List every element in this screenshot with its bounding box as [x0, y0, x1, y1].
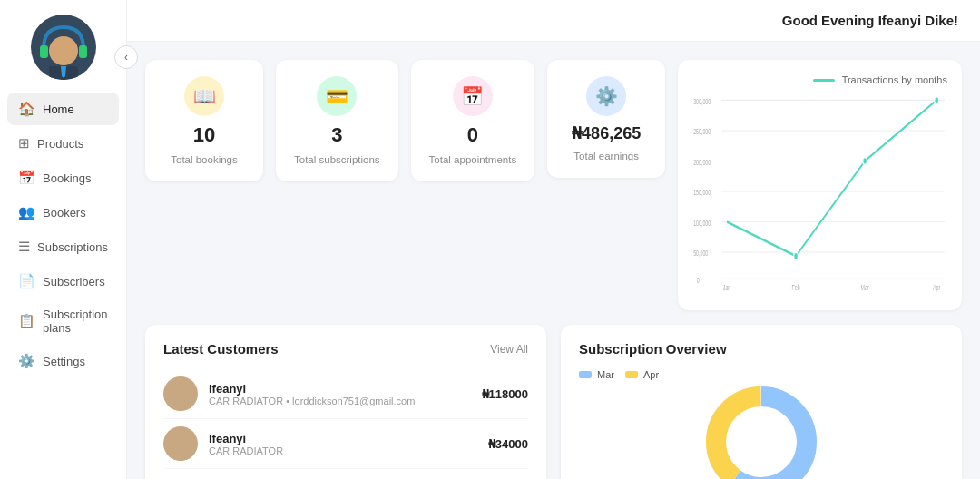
stat-card-earnings: ⚙️ ₦486,265 Total earnings: [547, 60, 665, 178]
subscriptions-card-icon: 💳: [317, 76, 357, 116]
sidebar-item-bookers[interactable]: 👥 Bookers: [7, 196, 119, 229]
stat-cards: 📖 10 Total bookings 💳 3 Total subscripti…: [145, 60, 665, 181]
sidebar-item-products[interactable]: ⊞ Products: [7, 127, 119, 160]
bookings-label: Total bookings: [171, 154, 238, 165]
earnings-value: ₦486,265: [572, 123, 641, 143]
subscription-plans-icon: 📋: [18, 313, 35, 329]
donut-chart-area: [579, 387, 944, 479]
bookings-card-icon: 📖: [184, 76, 224, 116]
customers-panel-header: Latest Customers View All: [163, 341, 528, 357]
svg-text:100,000: 100,000: [693, 218, 710, 228]
svg-text:150,000: 150,000: [693, 187, 710, 197]
sidebar-item-bookings-label: Bookings: [43, 171, 91, 185]
svg-text:200,000: 200,000: [693, 157, 710, 167]
latest-customers-panel: Latest Customers View All Ifeanyi CAR RA…: [145, 325, 546, 479]
customer-sub: CAR RADIATOR: [209, 445, 477, 456]
avatar: [163, 426, 198, 461]
overview-legend: Mar Apr: [579, 369, 944, 380]
subscription-overview-panel: Subscription Overview Mar Apr: [561, 325, 962, 479]
sidebar-item-subscription-plans[interactable]: 📋 Subscription plans: [7, 299, 119, 343]
legend-apr-label: Apr: [643, 369, 659, 380]
customer-info: Ifeanyi CAR RADIATOR • lorddickson751@gm…: [209, 382, 471, 406]
customer-sub: CAR RADIATOR • lorddickson751@gmail.com: [209, 396, 471, 406]
bookers-icon: 👥: [18, 204, 35, 220]
svg-point-28: [169, 397, 192, 411]
earnings-label: Total earnings: [573, 151, 639, 161]
greeting-text: Good Evening Ifeanyi Dike!: [782, 13, 958, 28]
customer-amount: ₦34000: [488, 437, 528, 451]
sidebar-item-home[interactable]: 🏠 Home: [7, 93, 119, 125]
stats-chart-row: 📖 10 Total bookings 💳 3 Total subscripti…: [145, 60, 962, 310]
svg-point-29: [173, 432, 188, 446]
svg-text:Jan: Jan: [723, 282, 730, 292]
overview-title: Subscription Overview: [579, 341, 727, 357]
bookings-icon: 📅: [18, 170, 35, 186]
customer-name: Ifeanyi: [209, 382, 471, 396]
avatar: [31, 15, 96, 80]
legend-mar-label: Mar: [597, 369, 614, 380]
appointments-card-icon: 📅: [453, 76, 493, 116]
appointments-value: 0: [467, 123, 478, 147]
home-icon: 🏠: [18, 101, 35, 117]
bottom-row: Latest Customers View All Ifeanyi CAR RA…: [145, 325, 962, 479]
svg-point-25: [863, 157, 867, 164]
svg-rect-1: [79, 45, 87, 58]
sidebar-item-subscribers-label: Subscribers: [43, 275, 105, 288]
stat-card-subscriptions: 💳 3 Total subscriptions: [276, 60, 398, 181]
svg-rect-0: [40, 45, 48, 58]
svg-text:250,000: 250,000: [693, 126, 710, 136]
sidebar-item-settings[interactable]: ⚙️ Settings: [7, 345, 119, 377]
stat-card-appointments: 📅 0 Total appointments: [411, 60, 535, 181]
sidebar-collapse-button[interactable]: ‹: [114, 45, 138, 69]
customers-panel-title: Latest Customers: [163, 341, 279, 357]
subscribers-icon: 📄: [18, 273, 35, 289]
sidebar-item-subscription-plans-label: Subscription plans: [43, 308, 108, 335]
customer-name: Ifeanyi: [209, 432, 477, 445]
content-area: 📖 10 Total bookings 💳 3 Total subscripti…: [127, 42, 980, 479]
svg-text:Feb: Feb: [792, 282, 800, 292]
legend-dot-apr: [625, 371, 638, 378]
legend-dot-mar: [579, 371, 592, 378]
svg-point-24: [794, 252, 799, 259]
line-chart-svg: 300,000 250,000 200,000 150,000 100,000 …: [692, 93, 947, 292]
products-icon: ⊞: [18, 135, 30, 152]
svg-text:Mar: Mar: [861, 282, 869, 292]
svg-text:300,000: 300,000: [693, 96, 710, 106]
svg-text:Apr: Apr: [933, 282, 941, 292]
sidebar-item-bookings[interactable]: 📅 Bookings: [7, 161, 119, 194]
overview-panel-header: Subscription Overview: [579, 341, 944, 357]
svg-point-27: [173, 382, 188, 396]
sidebar-item-products-label: Products: [37, 137, 83, 151]
legend-line: [813, 79, 835, 82]
subscriptions-label: Total subscriptions: [294, 154, 380, 165]
appointments-label: Total appointments: [429, 154, 517, 165]
view-all-link[interactable]: View All: [490, 343, 528, 356]
table-row: Ifeanyi CAR RADIATOR • lorddickson751@gm…: [163, 369, 528, 419]
svg-point-2: [49, 36, 78, 65]
bookings-value: 10: [193, 123, 215, 147]
earnings-card-icon: ⚙️: [586, 76, 626, 116]
sidebar-item-subscribers[interactable]: 📄 Subscribers: [7, 265, 119, 298]
sidebar-item-subscriptions-label: Subscriptions: [37, 240, 108, 254]
sidebar-item-home-label: Home: [43, 103, 74, 116]
stat-card-bookings: 📖 10 Total bookings: [145, 60, 263, 181]
sidebar-item-settings-label: Settings: [43, 355, 85, 368]
svg-text:0: 0: [697, 275, 700, 285]
avatar: [163, 376, 198, 411]
donut-chart-svg: [702, 383, 820, 479]
subscriptions-value: 3: [331, 123, 342, 147]
topbar: Good Evening Ifeanyi Dike!: [127, 0, 980, 42]
svg-point-30: [169, 447, 192, 461]
main-content: Good Evening Ifeanyi Dike! 📖 10 Total bo…: [127, 0, 980, 479]
svg-text:50,000: 50,000: [693, 249, 708, 259]
customer-amount: ₦118000: [482, 387, 528, 401]
chart-legend: Transactions by months: [692, 74, 947, 85]
subscriptions-icon: ☰: [18, 239, 30, 255]
settings-icon: ⚙️: [18, 353, 35, 369]
customer-info: Ifeanyi CAR RADIATOR: [209, 432, 477, 456]
table-row: Ifeanyi CAR RADIATOR ₦34000: [163, 419, 528, 469]
sidebar-nav: 🏠 Home ⊞ Products 📅 Bookings 👥 Bookers ☰…: [0, 93, 126, 377]
sidebar: ‹ 🏠 Home ⊞ Products 📅 Bo: [0, 0, 127, 479]
sidebar-item-subscriptions[interactable]: ☰ Subscriptions: [7, 230, 119, 263]
legend-item-mar: Mar: [579, 369, 614, 380]
